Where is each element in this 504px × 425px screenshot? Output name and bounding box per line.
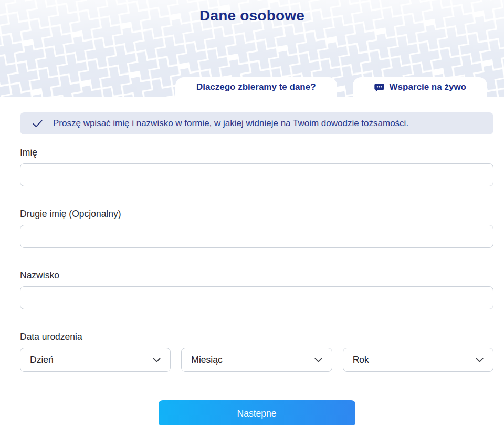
month-select[interactable]: Miesiąc bbox=[181, 348, 332, 372]
day-select[interactable]: Dzień bbox=[20, 348, 171, 372]
form-content: Proszę wpisać imię i nazwisko w formie, … bbox=[0, 112, 504, 425]
checkmark-icon bbox=[33, 120, 43, 128]
year-select[interactable]: Rok bbox=[343, 348, 494, 372]
submit-row: Nastepne bbox=[20, 400, 494, 425]
birthdate-selects: Dzień Miesiąc Rok bbox=[20, 348, 494, 372]
last-name-input[interactable] bbox=[20, 286, 494, 309]
year-select-value: Rok bbox=[353, 355, 369, 366]
middle-name-label: Drugie imię (Opcjonalny) bbox=[20, 209, 494, 220]
first-name-input[interactable] bbox=[20, 163, 494, 186]
tab-bar: Dlaczego zbieramy te dane? Wsparcie na ż… bbox=[175, 77, 487, 97]
tab-why-we-collect[interactable]: Dlaczego zbieramy te dane? bbox=[175, 77, 337, 97]
tab-why-we-collect-label: Dlaczego zbieramy te dane? bbox=[196, 82, 316, 92]
next-button[interactable]: Nastepne bbox=[159, 400, 355, 425]
page-header: Dane osobowe Dlaczego zbieramy te dane? … bbox=[0, 0, 504, 97]
chevron-down-icon bbox=[314, 358, 322, 362]
tab-live-support[interactable]: Wsparcie na żywo bbox=[353, 77, 487, 97]
day-select-value: Dzień bbox=[30, 355, 54, 366]
page-title: Dane osobowe bbox=[0, 7, 504, 24]
chat-icon bbox=[374, 82, 385, 93]
chevron-down-icon bbox=[476, 358, 484, 362]
middle-name-input[interactable] bbox=[20, 225, 494, 248]
tab-live-support-label: Wsparcie na żywo bbox=[390, 82, 466, 92]
info-banner-text: Proszę wpisać imię i nazwisko w formie, … bbox=[53, 118, 408, 129]
month-select-value: Miesiąc bbox=[191, 355, 222, 366]
first-name-label: Imię bbox=[20, 147, 494, 158]
birthdate-label: Data urodzenia bbox=[20, 331, 494, 343]
last-name-label: Nazwisko bbox=[20, 270, 494, 281]
chevron-down-icon bbox=[153, 358, 161, 362]
info-banner: Proszę wpisać imię i nazwisko w formie, … bbox=[20, 112, 494, 134]
